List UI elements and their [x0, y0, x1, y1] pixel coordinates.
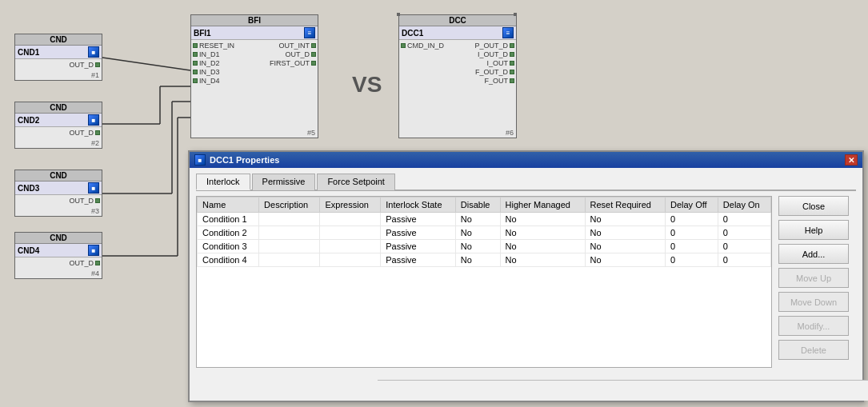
table-row[interactable]: Condition 3PassiveNoNoNo00	[198, 240, 771, 253]
cell-r3-c7: 0	[665, 253, 718, 267]
cnd2-name: CND2	[18, 116, 39, 125]
bfi1-right-ports: OUT_INT OUT_D FIRST_OUT	[270, 42, 316, 126]
cell-r3-c6: No	[585, 253, 665, 267]
modal-content: Interlock Permissive Force Setpoint Name…	[190, 168, 862, 373]
modal-title-icon: ■	[194, 154, 206, 166]
svg-line-0	[102, 58, 190, 70]
col-expression: Expression	[320, 198, 381, 213]
tab-permissive[interactable]: Permissive	[252, 174, 316, 190]
cnd4-out-dot	[95, 261, 100, 265]
cnd1-title: CND	[15, 34, 102, 46]
cnd2-out-dot	[95, 130, 100, 135]
cnd1-number: #1	[15, 70, 102, 80]
tab-interlock[interactable]: Interlock	[196, 174, 250, 190]
dcc1-ioutd-dot	[510, 52, 514, 57]
cell-r3-c5: No	[500, 253, 585, 267]
cnd2-icon: ■	[88, 114, 99, 126]
cell-r2-c5: No	[500, 240, 585, 253]
table-row[interactable]: Condition 1PassiveNoNoNo00	[198, 213, 771, 226]
cnd1-block: CND CND1 ■ OUT_D #1	[14, 34, 102, 81]
cell-r0-c3: Passive	[381, 213, 456, 226]
bfi1-name-row: BFI1 ≡	[191, 26, 318, 40]
dcc1-icon: ≡	[502, 27, 514, 38]
cell-r0-c7: 0	[665, 213, 718, 226]
cell-r3-c0: Condition 4	[198, 253, 259, 267]
help-button[interactable]: Help	[778, 220, 849, 240]
content-row: Name Description Expression Interlock St…	[196, 196, 856, 368]
cell-r1-c5: No	[500, 226, 585, 240]
canvas: CND CND1 ■ OUT_D #1 CND CND2 ■	[0, 0, 868, 407]
tab-force-setpoint[interactable]: Force Setpoint	[317, 174, 395, 190]
cnd3-ports: OUT_D	[15, 195, 102, 206]
cnd4-right-ports: OUT_D	[69, 259, 100, 267]
cell-r2-c4: No	[455, 240, 500, 253]
cnd1-icon: ■	[88, 46, 99, 58]
cnd1-name-row: CND1 ■	[15, 46, 102, 59]
bfi1-title: BFI	[191, 15, 318, 26]
bfi1-reset-dot	[193, 43, 198, 48]
cnd3-name: CND3	[18, 184, 39, 193]
cnd4-title: CND	[15, 233, 102, 244]
data-table-container[interactable]: Name Description Expression Interlock St…	[196, 196, 772, 368]
cnd2-block: CND CND2 ■ OUT_D #2	[14, 102, 102, 149]
cell-r3-c1	[259, 253, 320, 267]
cnd3-block: CND CND3 ■ OUT_D #3	[14, 170, 102, 217]
bfi1-firstout-dot	[311, 61, 316, 66]
bfi1-ind4-dot	[193, 78, 198, 83]
cell-r2-c3: Passive	[381, 240, 456, 253]
cell-r0-c8: 0	[718, 213, 770, 226]
cnd4-number: #4	[15, 269, 102, 278]
cnd4-name-row: CND4 ■	[15, 244, 102, 257]
table-header: Name Description Expression Interlock St…	[198, 198, 771, 213]
dcc1-number: #6	[399, 128, 516, 138]
dcc1-block: DCC DCC1 ≡ CMD_IN_D P_OUT_D I_OUT_D I_OU…	[398, 14, 517, 138]
table-row[interactable]: Condition 4PassiveNoNoNo00	[198, 253, 771, 267]
interlock-table: Name Description Expression Interlock St…	[197, 197, 771, 267]
cell-r1-c3: Passive	[381, 226, 456, 240]
cnd2-right-ports: OUT_D	[69, 129, 100, 137]
cnd3-out-port: OUT_D	[69, 197, 100, 205]
bfi1-ind1-dot	[193, 52, 198, 57]
cnd2-number: #2	[15, 138, 102, 148]
cell-r1-c7: 0	[665, 226, 718, 240]
dcc1-foutd-dot	[510, 70, 514, 74]
cell-r0-c2	[320, 213, 381, 226]
delete-button[interactable]: Delete	[778, 340, 849, 360]
cnd4-block: CND CND4 ■ OUT_D #4	[14, 232, 102, 279]
cnd2-ports: OUT_D	[15, 127, 102, 138]
cell-r1-c4: No	[455, 226, 500, 240]
status-bar: Used: 0 ▼	[378, 380, 868, 401]
bfi1-left-ports: RESET_IN IN_D1 IN_D2 IN_D3 IN_D4	[193, 42, 234, 126]
bfi1-outd-dot	[311, 52, 316, 57]
bfi1-block: BFI BFI1 ≡ RESET_IN IN_D1 IN_D2 IN_D3 IN…	[190, 14, 318, 138]
close-button[interactable]: Close	[778, 196, 849, 216]
cell-r1-c1	[259, 226, 320, 240]
cnd1-name: CND1	[18, 48, 39, 57]
add-button[interactable]: Add...	[778, 244, 849, 264]
cnd3-title: CND	[15, 170, 102, 182]
cnd1-right-ports: OUT_D	[69, 61, 100, 69]
cnd3-name-row: CND3 ■	[15, 182, 102, 195]
modal-titlebar: ■ DCC1 Properties ✕	[190, 152, 862, 168]
dcc1-name: DCC1	[402, 29, 423, 38]
col-reset-required: Reset Required	[585, 198, 665, 213]
dcc1-fout-dot	[510, 78, 514, 83]
buttons-panel: Close Help Add... Move Up Move Down Modi…	[778, 196, 849, 360]
col-description: Description	[259, 198, 320, 213]
cnd2-out-port: OUT_D	[69, 129, 100, 137]
modal-dialog: ■ DCC1 Properties ✕ Interlock Permissive…	[188, 150, 864, 402]
vs-label: VS	[352, 72, 382, 98]
dcc1-name-row: DCC1 ≡	[399, 26, 516, 40]
dcc1-pout-dot	[510, 43, 514, 48]
move-down-button[interactable]: Move Down	[778, 292, 849, 312]
move-up-button[interactable]: Move Up	[778, 268, 849, 288]
cell-r2-c2	[320, 240, 381, 253]
col-higher-managed: Higher Managed	[500, 198, 585, 213]
modify-button[interactable]: Modify...	[778, 316, 849, 336]
modal-close-x-button[interactable]: ✕	[845, 154, 858, 166]
table-row[interactable]: Condition 2PassiveNoNoNo00	[198, 226, 771, 240]
dcc1-cmdin-dot	[401, 43, 406, 48]
cell-r3-c4: No	[455, 253, 500, 267]
cell-r2-c6: No	[585, 240, 665, 253]
cell-r3-c3: Passive	[381, 253, 456, 267]
